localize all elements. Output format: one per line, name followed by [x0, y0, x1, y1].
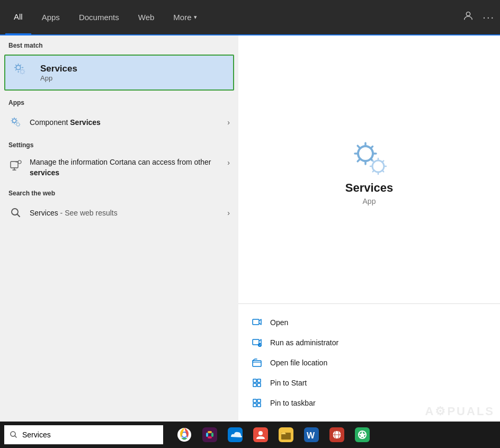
svg-rect-21	[257, 404, 261, 407]
tab-web[interactable]: Web	[130, 0, 163, 35]
taskbar-word-icon[interactable]: W	[301, 424, 322, 445]
taskbar-chrome-icon[interactable]	[174, 424, 195, 445]
nav-right-icons: ···	[462, 10, 495, 24]
svg-point-7	[12, 209, 18, 215]
taskbar-slack-icon[interactable]	[199, 424, 220, 445]
more-options-icon[interactable]: ···	[483, 11, 495, 23]
settings-cortana-item[interactable]: Manage the information Cortana can acces…	[0, 152, 238, 183]
settings-label: Settings	[0, 135, 238, 152]
taskbar-art-icon[interactable]	[352, 424, 373, 445]
chevron-down-icon: ▾	[194, 14, 197, 21]
open-location-icon	[251, 357, 263, 369]
best-match-item[interactable]: Services App	[4, 55, 234, 91]
chevron-icon: ›	[227, 118, 230, 127]
best-match-title: Services	[40, 64, 77, 74]
taskbar-cloud-icon[interactable]	[225, 424, 246, 445]
web-search-item[interactable]: Services - See web results ›	[0, 200, 238, 226]
svg-rect-20	[253, 404, 256, 407]
svg-point-1	[16, 65, 20, 69]
right-panel: Services App Open	[238, 35, 500, 422]
component-services-item[interactable]: Component Services ›	[0, 110, 238, 135]
svg-rect-17	[257, 383, 261, 387]
app-big-subtitle: App	[363, 197, 376, 205]
taskbar-ball-icon[interactable]	[326, 424, 347, 445]
cortana-settings-text: Manage the information Cortana can acces…	[30, 157, 221, 178]
right-actions: Open Run as administrator	[238, 304, 500, 422]
nav-tabs: All Apps Documents Web More ▾	[5, 0, 206, 35]
run-admin-icon	[251, 337, 263, 348]
tab-apps[interactable]: Apps	[33, 0, 68, 35]
app-big-title: Services	[345, 181, 394, 195]
svg-point-25	[182, 433, 186, 437]
component-services-icon	[8, 115, 23, 130]
svg-rect-30	[208, 436, 212, 438]
tab-all[interactable]: All	[5, 0, 31, 35]
taskbar-search-input[interactable]	[22, 431, 158, 439]
svg-rect-5	[11, 162, 18, 168]
svg-point-0	[467, 12, 470, 16]
svg-rect-29	[208, 431, 212, 433]
best-match-text: Services App	[40, 64, 77, 82]
taskbar-search-box[interactable]	[4, 425, 163, 444]
tab-more[interactable]: More ▾	[165, 0, 205, 35]
taskbar: W	[0, 422, 500, 448]
action-pin-start[interactable]: Pin to Start	[251, 373, 487, 393]
svg-text:W: W	[307, 431, 315, 440]
top-nav: All Apps Documents Web More ▾ ···	[0, 0, 500, 35]
svg-rect-18	[253, 399, 256, 402]
svg-rect-26	[202, 427, 217, 442]
svg-rect-10	[253, 319, 259, 325]
web-search-icon	[8, 205, 23, 220]
svg-rect-16	[253, 383, 256, 387]
svg-rect-11	[253, 339, 259, 345]
pin-taskbar-icon	[251, 397, 263, 409]
action-run-admin[interactable]: Run as administrator	[251, 333, 487, 353]
svg-rect-19	[257, 399, 261, 402]
web-search-label: Search the web	[0, 183, 238, 200]
best-match-label: Best match	[0, 35, 238, 52]
component-services-text: Component Services	[30, 118, 221, 127]
web-chevron-icon: ›	[227, 209, 230, 217]
taskbar-person-icon[interactable]	[250, 424, 271, 445]
svg-rect-28	[211, 433, 213, 437]
action-open[interactable]: Open	[251, 312, 487, 333]
main-content: Best match Services App	[0, 35, 500, 422]
taskbar-app-icons: W	[174, 424, 373, 445]
services-app-icon	[13, 62, 34, 83]
svg-point-33	[258, 431, 263, 435]
pin-start-icon	[251, 377, 263, 389]
user-icon[interactable]	[462, 10, 474, 24]
best-match-subtitle: App	[40, 74, 77, 82]
action-open-location[interactable]: Open file location	[251, 353, 487, 373]
svg-point-12	[258, 343, 262, 347]
services-big-icon	[345, 133, 393, 181]
svg-rect-27	[206, 433, 208, 437]
taskbar-explorer-icon[interactable]	[275, 424, 297, 445]
cortana-settings-icon	[8, 158, 23, 173]
svg-point-6	[18, 160, 21, 164]
action-pin-taskbar[interactable]: Pin to taskbar	[251, 393, 487, 413]
apps-label: Apps	[0, 93, 238, 110]
svg-rect-13	[253, 361, 261, 366]
taskbar-search-icon	[10, 431, 18, 439]
left-panel: Best match Services App	[0, 35, 238, 422]
settings-chevron-icon: ›	[227, 158, 230, 167]
web-search-text: Services - See web results	[30, 209, 221, 217]
svg-rect-14	[253, 379, 256, 382]
svg-rect-15	[257, 379, 261, 382]
tab-documents[interactable]: Documents	[70, 0, 128, 35]
open-icon	[251, 317, 263, 328]
right-top: Services App	[238, 35, 500, 303]
